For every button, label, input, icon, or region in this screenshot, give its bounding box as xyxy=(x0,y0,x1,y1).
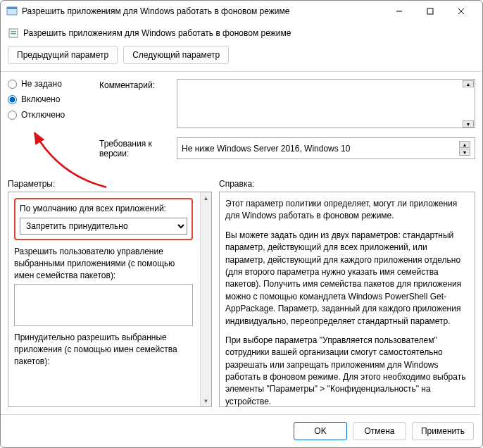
radio-not-configured-label: Не задано xyxy=(21,79,62,89)
minimize-button[interactable] xyxy=(384,1,415,22)
radio-enabled[interactable]: Включено xyxy=(8,94,85,104)
app-icon xyxy=(6,6,18,17)
radio-disabled[interactable]: Отключено xyxy=(8,110,85,120)
svg-rect-3 xyxy=(427,8,433,14)
comment-scroll-up[interactable]: ▲ xyxy=(463,80,474,87)
state-radio-group: Не задано Включено Отключено xyxy=(8,79,85,166)
svg-rect-1 xyxy=(7,7,17,9)
comment-label: Комментарий: xyxy=(99,79,177,90)
svg-rect-8 xyxy=(11,33,16,35)
window-title: Разрешить приложениям для Windows работа… xyxy=(22,6,384,16)
version-box: Не ниже Windows Server 2016, Windows 10 … xyxy=(177,137,475,159)
comment-scroll-down[interactable]: ▼ xyxy=(463,120,474,127)
radio-disabled-label: Отключено xyxy=(21,110,65,120)
allow-user-listbox[interactable] xyxy=(14,284,193,326)
default-option-select[interactable]: Запретить принудительно xyxy=(20,218,187,235)
maximize-button[interactable] xyxy=(415,1,446,22)
options-scrollbar[interactable]: ▲ ▼ xyxy=(200,192,211,406)
options-panel: По умолчанию для всех приложений: Запрет… xyxy=(8,192,212,407)
version-scroll-down[interactable]: ▼ xyxy=(459,149,470,156)
help-panel: Этот параметр политики определяет, могут… xyxy=(219,192,475,407)
help-paragraph-3: При выборе параметра "Управляется пользо… xyxy=(225,335,469,407)
cancel-button[interactable]: Отмена xyxy=(353,422,406,440)
policy-title: Разрешить приложениям для Windows работа… xyxy=(23,28,291,38)
options-scroll-up[interactable]: ▲ xyxy=(201,192,211,204)
dialog-buttons: OK Отмена Применить xyxy=(1,414,482,447)
policy-header: Разрешить приложениям для Windows работа… xyxy=(1,22,482,42)
version-label: Требования к версии: xyxy=(99,137,177,158)
version-value: Не ниже Windows Server 2016, Windows 10 xyxy=(182,144,350,154)
help-label: Справка: xyxy=(219,179,254,189)
next-setting-button[interactable]: Следующий параметр xyxy=(123,46,229,64)
comment-textarea[interactable] xyxy=(177,79,475,128)
radio-enabled-label: Включено xyxy=(21,94,60,104)
policy-icon xyxy=(8,27,19,39)
ok-button[interactable]: OK xyxy=(294,422,347,440)
default-option-label: По умолчанию для всех приложений: xyxy=(20,204,187,213)
version-scroll-up[interactable]: ▲ xyxy=(459,141,470,148)
options-scroll-down[interactable]: ▼ xyxy=(201,395,211,406)
allow-user-label: Разрешить пользователю управление выбран… xyxy=(14,246,193,281)
title-bar: Разрешить приложениям для Windows работа… xyxy=(1,1,482,22)
svg-rect-7 xyxy=(11,31,16,32)
radio-not-configured[interactable]: Не задано xyxy=(8,79,85,89)
close-button[interactable] xyxy=(446,1,477,22)
nav-row: Предыдущий параметр Следующий параметр xyxy=(1,42,482,72)
apply-button[interactable]: Применить xyxy=(412,422,474,440)
default-option-highlight: По умолчанию для всех приложений: Запрет… xyxy=(14,198,193,240)
force-allow-label: Принудительно разрешить выбранные прилож… xyxy=(14,332,193,367)
help-paragraph-2: Вы можете задать один из двух параметров… xyxy=(225,230,469,328)
help-paragraph-1: Этот параметр политики определяет, могут… xyxy=(225,198,469,223)
options-label: Параметры: xyxy=(8,179,212,189)
prev-setting-button[interactable]: Предыдущий параметр xyxy=(8,46,118,64)
